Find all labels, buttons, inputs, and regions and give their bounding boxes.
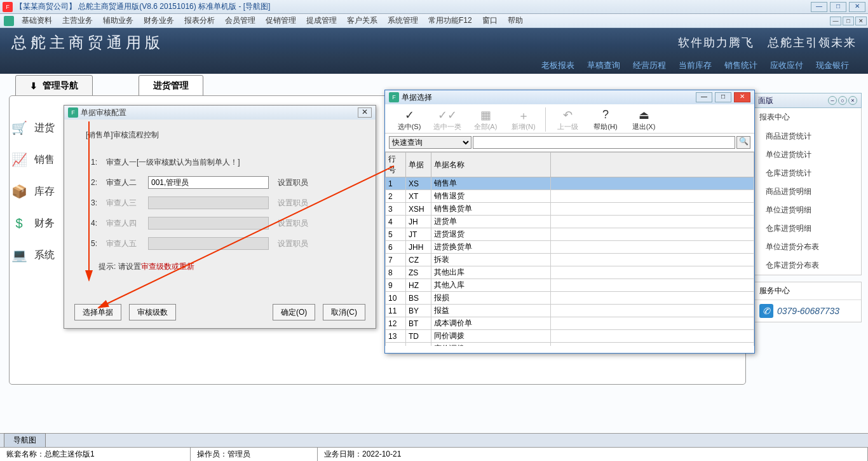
quicklink-老板报表[interactable]: 老板报表	[541, 60, 574, 71]
quicklink-应收应付[interactable]: 应收应付	[770, 60, 803, 71]
menu-财务业务[interactable]: 财务业务	[139, 15, 179, 26]
report-单位进货统计[interactable]: 单位进货统计	[754, 146, 861, 164]
bill-grid[interactable]: 行号单据单据名称1XS销售单2XT销售退货3XSH销售换货单4JH进货单5JT进…	[385, 152, 754, 346]
col-单据[interactable]: 单据	[406, 153, 431, 177]
table-row[interactable]: 2XT销售退货	[386, 190, 754, 203]
table-row[interactable]: 11BY报益	[386, 305, 754, 317]
footer-tabs: 导航图	[0, 433, 868, 447]
search-button[interactable]: 🔍	[736, 136, 750, 149]
set-staff-button: 设置职员	[278, 238, 308, 249]
menu-主营业务[interactable]: 主营业务	[57, 15, 98, 26]
col-行号[interactable]: 行号	[386, 153, 406, 177]
tab-nav[interactable]: ⬇ 管理导航	[15, 75, 93, 96]
table-row[interactable]: 13TD同价调拨	[386, 330, 754, 343]
tb-上一级[interactable]: ↶上一级	[548, 108, 587, 132]
dlg2-max-button[interactable]: □	[715, 92, 731, 102]
close-button[interactable]: ✕	[849, 2, 865, 12]
report-仓库进货分布表[interactable]: 仓库进货分布表	[754, 256, 861, 275]
menu-会员管理[interactable]: 会员管理	[220, 15, 261, 26]
cancel-button[interactable]: 取消(C)	[323, 304, 365, 320]
set-staff-button[interactable]: 设置职员	[278, 177, 308, 188]
menu-提成管理[interactable]: 提成管理	[301, 15, 342, 26]
dialog1-close-button[interactable]: ✕	[358, 107, 372, 118]
tb-选中一类[interactable]: ✓✓选中一类	[428, 108, 466, 132]
rp-max-icon[interactable]: ○	[838, 96, 847, 105]
tb-选中(S)[interactable]: ✓选中(S)	[390, 108, 428, 132]
menu-报表分析[interactable]: 报表分析	[179, 15, 220, 26]
dialog1-title: 单据审核配置	[81, 107, 126, 118]
nav-财务[interactable]: $财务	[6, 207, 70, 239]
report-仓库进货统计[interactable]: 仓库进货统计	[754, 164, 861, 182]
table-row[interactable]: 3XSH销售换货单	[386, 203, 754, 216]
rp-close-icon[interactable]: ×	[848, 96, 857, 105]
quicklink-经营历程[interactable]: 经营历程	[633, 60, 666, 71]
mdi-close-button[interactable]: ✕	[855, 17, 867, 25]
col-单据名称[interactable]: 单据名称	[431, 153, 551, 177]
menu-帮助[interactable]: 帮助	[503, 15, 528, 26]
table-row[interactable]: 1XS销售单	[386, 177, 754, 190]
menu-常用功能F12[interactable]: 常用功能F12	[423, 15, 477, 26]
report-单位进货明细[interactable]: 单位进货明细	[754, 201, 861, 219]
select-bill-button[interactable]: 选择单据	[74, 304, 121, 320]
quick-link-bar: 老板报表草稿查询经营历程当前库存销售统计应收应付现金银行	[0, 57, 868, 74]
mdi-min-button[interactable]: —	[830, 17, 841, 25]
quicklink-现金银行[interactable]: 现金银行	[816, 60, 849, 71]
app-icon: F	[3, 2, 13, 12]
menu-窗口[interactable]: 窗口	[477, 15, 503, 26]
side-nav: 🛒进货📈销售📦库存$财务💻系统	[6, 112, 70, 271]
nav-进货[interactable]: 🛒进货	[6, 112, 70, 144]
进货-icon: 🛒	[10, 119, 28, 137]
rp-min-icon[interactable]: –	[828, 96, 837, 105]
quicklink-销售统计[interactable]: 销售统计	[724, 60, 757, 71]
ok-button[interactable]: 确定(O)	[273, 304, 315, 320]
quicklink-当前库存[interactable]: 当前库存	[679, 60, 712, 71]
right-panel: 面版 – ○ × 报表中心 商品进货统计单位进货统计仓库进货统计商品进货明细单位…	[754, 93, 862, 322]
tb-退出(X)[interactable]: ⏏退出(X)	[625, 108, 663, 132]
dlg2-min-button[interactable]: —	[696, 92, 712, 102]
nav-库存[interactable]: 📦库存	[6, 175, 70, 207]
table-row[interactable]: 5JT进货退货	[386, 228, 754, 241]
report-商品进货统计[interactable]: 商品进货统计	[754, 127, 861, 146]
audit-level-button[interactable]: 审核级数	[129, 304, 176, 320]
report-单位进货分布表[interactable]: 单位进货分布表	[754, 238, 861, 256]
minimize-button[interactable]: —	[811, 2, 827, 12]
table-row[interactable]: 4JH进货单	[386, 216, 754, 228]
tab-purchase[interactable]: 进货管理	[139, 75, 203, 96]
table-row[interactable]: 12BT成本调价单	[386, 317, 754, 330]
auditor-input[interactable]	[148, 176, 269, 189]
auditor-input	[148, 196, 269, 209]
status-bar: 账套名称：总舵主迷你版1 操作员：管理员 业务日期：2022-10-21	[0, 447, 868, 461]
menu-客户关系[interactable]: 客户关系	[342, 15, 383, 26]
menu-基础资料[interactable]: 基础资料	[17, 15, 57, 26]
bill-select-dialog: F 单据选择 — □ ✕ ✓选中(S)✓✓选中一类▦全部(A)＋新增(N)↶上一…	[384, 90, 755, 354]
nav-系统[interactable]: 💻系统	[6, 239, 70, 271]
footer-tab-nav[interactable]: 导航图	[4, 433, 46, 447]
dlg2-close-button[interactable]: ✕	[734, 92, 750, 102]
nav-销售[interactable]: 📈销售	[6, 144, 70, 175]
search-mode-select[interactable]: 快速查询	[389, 136, 471, 149]
mdi-restore-button[interactable]: □	[843, 17, 854, 25]
table-row[interactable]: 10BS报损	[386, 292, 754, 305]
menu-辅助业务[interactable]: 辅助业务	[98, 15, 139, 26]
tb-帮助(H)[interactable]: ?帮助(H)	[587, 108, 625, 132]
menu-系统管理[interactable]: 系统管理	[383, 15, 423, 26]
dialog2-icon: F	[389, 92, 399, 102]
maximize-button[interactable]: □	[830, 2, 846, 12]
table-row[interactable]: 8ZS其他出库	[386, 266, 754, 279]
tb-新增(N)[interactable]: ＋新增(N)	[505, 108, 543, 132]
table-row[interactable]: 9HZ其他入库	[386, 279, 754, 292]
quicklink-草稿查询[interactable]: 草稿查询	[587, 60, 620, 71]
table-row[interactable]: 6JHH进货换货单	[386, 241, 754, 254]
search-input[interactable]	[473, 136, 735, 149]
table-row[interactable]: 14BD变价调拨	[386, 343, 754, 347]
status-operator: 操作员：管理员	[191, 448, 318, 461]
app-title: 【某某商贸公司】 总舵主商贸通用版(V8.6 20151016) 标准单机版 -…	[15, 1, 270, 12]
menu-促销管理[interactable]: 促销管理	[261, 15, 301, 26]
tb-全部(A)[interactable]: ▦全部(A)	[466, 108, 505, 132]
report-仓库进货明细[interactable]: 仓库进货明细	[754, 219, 861, 238]
report-商品进货明细[interactable]: 商品进货明细	[754, 182, 861, 201]
rightbar-title: 面版	[758, 95, 773, 106]
table-row[interactable]: 7CZ拆装	[386, 254, 754, 266]
status-account: 账套名称：总舵主迷你版1	[0, 448, 191, 461]
dialog-icon: F	[68, 107, 78, 118]
